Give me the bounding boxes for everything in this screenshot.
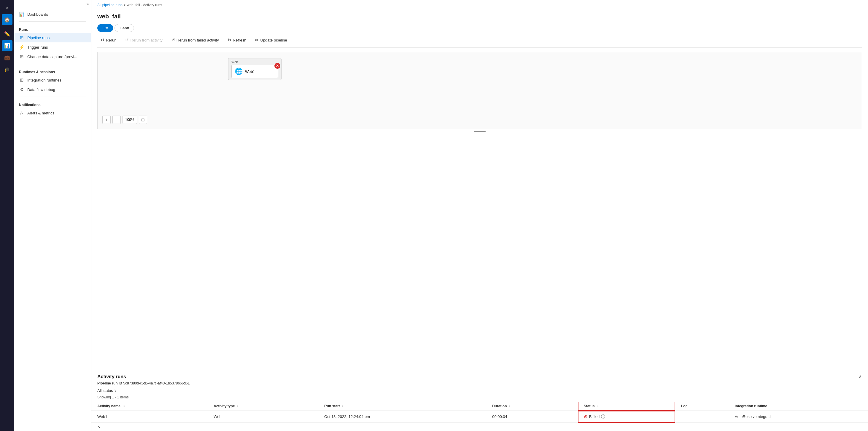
rerun-from-activity-button[interactable]: ↺ Rerun from activity [122, 36, 166, 44]
rail-icon-home[interactable]: 🏠 [2, 14, 12, 25]
activity-runs-title: Activity runs [97, 374, 126, 379]
status-filter[interactable]: All status ∨ [91, 388, 868, 395]
zoom-out-button[interactable]: − [113, 115, 121, 124]
sidebar-item-data-flow-debug[interactable]: ⚙ Data flow debug [14, 85, 91, 94]
activity-table: Activity name ↑↓ Activity type ↑↓ Run st… [91, 402, 868, 431]
sort-status-icon[interactable]: ↑↓ [596, 405, 599, 408]
web-node-name: Web1 [245, 69, 255, 74]
web-node-header: Web [231, 60, 278, 64]
zoom-level: 100% [123, 115, 137, 124]
update-pipeline-button[interactable]: ✏ Update pipeline [252, 36, 290, 44]
content-area: web_fail List Gantt ↺ Rerun ↺ Rerun from… [91, 10, 868, 370]
breadcrumb-current: web_fail - Activity runs [127, 3, 162, 7]
rail-icon-monitor[interactable]: 📊 [2, 40, 12, 51]
sort-duration-icon[interactable]: ↑↓ [509, 405, 512, 408]
sidebar-item-trigger-runs[interactable]: ⚡ Trigger runs [14, 42, 91, 52]
cell-status: ⊗ Failed ⓘ [578, 411, 675, 423]
timeline-bar [474, 131, 486, 132]
sort-run-start-icon[interactable]: ↑↓ [342, 405, 345, 408]
status-filter-chevron: ∨ [114, 389, 117, 393]
col-integration-runtime: Integration runtime [729, 402, 868, 411]
sidebar-item-dashboards[interactable]: 📊 Dashboards [14, 9, 91, 19]
divider-1 [19, 21, 86, 22]
col-activity-type: Activity type ↑↓ [208, 402, 318, 411]
showing-count: Showing 1 - 1 items [91, 395, 868, 402]
sidebar-content: 📊 Dashboards Runs ⊞ Pipeline runs ⚡ Trig… [14, 7, 91, 431]
sidebar-item-trigger-runs-label: Trigger runs [27, 45, 48, 49]
change-data-icon: ⊞ [19, 54, 24, 59]
sidebar-item-alerts-metrics[interactable]: △ Alerts & metrics [14, 108, 91, 118]
timeline-indicator [97, 129, 862, 134]
rerun-button[interactable]: ↺ Rerun [97, 36, 120, 44]
rail-icon-edit[interactable]: ✏️ [2, 29, 12, 39]
main-content: All pipeline runs > web_fail - Activity … [91, 0, 868, 431]
sidebar-item-pipeline-runs-label: Pipeline runs [27, 36, 50, 40]
sidebar-item-data-flow-debug-label: Data flow debug [27, 88, 55, 92]
activity-runs-section: Activity runs ∧ Pipeline run ID 5c87380d… [91, 370, 868, 431]
pipeline-run-id-row: Pipeline run ID 5c87380d-c5d5-4a7c-af43-… [91, 381, 868, 388]
status-filter-label: All status [97, 388, 113, 393]
sort-activity-type-icon[interactable]: ↑↓ [237, 405, 240, 408]
refresh-label: Refresh [233, 38, 247, 42]
collapse-activity-runs-button[interactable]: ∧ [859, 374, 862, 379]
canvas-controls: + − 100% ⊡ [102, 115, 147, 124]
col-activity-name: Activity name ↑↓ [91, 402, 208, 411]
breadcrumb-separator: > [124, 3, 126, 7]
section-title-runtimes: Runtimes & sessions [14, 66, 91, 75]
web-node-container: Web 🌐 Web1 ✕ [228, 58, 281, 80]
web-node-body: 🌐 Web1 ✕ [231, 65, 278, 78]
refresh-button[interactable]: ↻ Refresh [224, 36, 250, 44]
cell-integration-runtime: AutoResolveIntegrati [729, 411, 868, 423]
rerun-from-failed-label: Rerun from failed activity [177, 38, 219, 42]
web-node-error-icon: ✕ [274, 63, 280, 69]
sort-activity-name-icon[interactable]: ↑↓ [122, 405, 125, 408]
pipeline-run-id-text: 5c87380d-c5d5-4a7c-af43-1b5378b66d61 [123, 381, 190, 385]
tab-list[interactable]: List [97, 24, 113, 32]
activity-runs-header: Activity runs ∧ [91, 370, 868, 381]
cursor-indicator: ↖ [97, 425, 101, 429]
rerun-from-failed-button[interactable]: ↺ Rerun from failed activity [168, 36, 222, 44]
divider-2 [19, 64, 86, 64]
status-text: Failed [589, 415, 599, 419]
sidebar-item-change-data-label: Change data capture (previ... [27, 55, 77, 59]
dashboards-icon: 📊 [19, 11, 24, 17]
breadcrumb: All pipeline runs > web_fail - Activity … [91, 0, 868, 10]
tab-gantt[interactable]: Gantt [115, 24, 134, 32]
page-title: web_fail [97, 10, 862, 20]
sidebar-item-dashboards-label: Dashboards [27, 12, 48, 16]
status-info-icon[interactable]: ⓘ [601, 414, 605, 420]
icon-rail: » 🏠 ✏️ 📊 💼 🎓 [0, 0, 14, 431]
breadcrumb-link[interactable]: All pipeline runs [97, 3, 123, 7]
rerun-from-activity-label: Rerun from activity [130, 38, 162, 42]
col-duration: Duration ↑↓ [486, 402, 578, 411]
sidebar-item-alerts-label: Alerts & metrics [27, 111, 54, 115]
cell-log [675, 411, 729, 423]
pipeline-runs-icon: ⊞ [19, 35, 24, 40]
rerun-from-failed-icon: ↺ [172, 38, 175, 42]
rail-icon-briefcase[interactable]: 💼 [2, 52, 12, 63]
rerun-from-activity-icon: ↺ [125, 38, 129, 42]
fit-view-button[interactable]: ⊡ [139, 115, 147, 124]
sidebar-item-integration-runtimes[interactable]: ⊞ Integration runtimes [14, 75, 91, 85]
integration-runtimes-icon: ⊞ [19, 77, 24, 83]
rail-icon-learn[interactable]: 🎓 [2, 64, 12, 75]
section-title-runs: Runs [14, 24, 91, 33]
rail-icon-expand[interactable]: » [2, 2, 12, 13]
sidebar-item-pipeline-runs[interactable]: ⊞ Pipeline runs [14, 33, 91, 42]
sidebar-item-change-data-capture[interactable]: ⊞ Change data capture (previ... [14, 52, 91, 61]
web-globe-icon: 🌐 [235, 68, 243, 75]
cell-run-start: Oct 13, 2022, 12:24:04 pm [318, 411, 486, 423]
tab-group: List Gantt [97, 24, 862, 32]
sidebar: « 📊 Dashboards Runs ⊞ Pipeline runs ⚡ Tr… [14, 0, 91, 431]
section-title-notifications: Notifications [14, 99, 91, 108]
canvas-area: Web 🌐 Web1 ✕ + − 100% ⊡ [97, 52, 862, 129]
cell-activity-name: Web1 [91, 411, 208, 423]
zoom-in-button[interactable]: + [102, 115, 111, 124]
sidebar-item-integration-runtimes-label: Integration runtimes [27, 78, 61, 82]
update-pipeline-icon: ✏ [255, 38, 259, 42]
toolbar: ↺ Rerun ↺ Rerun from activity ↺ Rerun fr… [97, 36, 862, 48]
alerts-icon: △ [19, 110, 24, 115]
web-node[interactable]: Web 🌐 Web1 ✕ [228, 58, 281, 80]
sidebar-collapse-btn[interactable]: « [86, 1, 89, 6]
data-flow-debug-icon: ⚙ [19, 87, 24, 92]
